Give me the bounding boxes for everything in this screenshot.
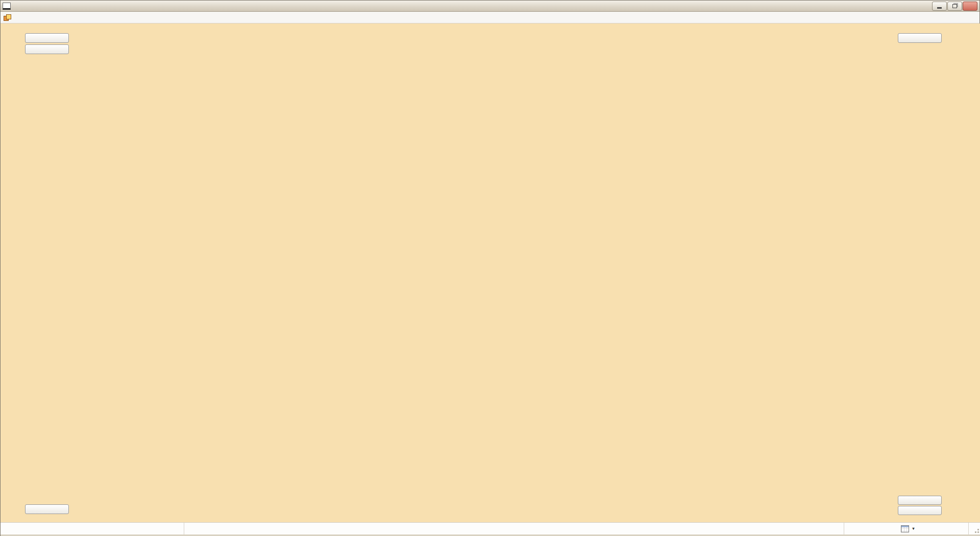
status-datetime: ▾ xyxy=(844,523,969,534)
close-button[interactable] xyxy=(963,2,977,11)
speed-button[interactable] xyxy=(25,33,69,43)
resize-grip[interactable] xyxy=(969,523,980,534)
app-window: ▾ xyxy=(0,0,980,536)
down-button[interactable] xyxy=(898,496,942,505)
charts-svg[interactable] xyxy=(1,23,980,522)
restore-icon xyxy=(952,4,957,8)
minimize-icon xyxy=(937,7,942,9)
calendar-dropdown-icon[interactable]: ▾ xyxy=(912,526,914,531)
mdi-child-icon xyxy=(4,14,11,21)
navigation-toolbar xyxy=(1,25,980,37)
restore-button[interactable] xyxy=(947,2,962,11)
curve-button[interactable] xyxy=(898,506,942,515)
app-icon xyxy=(3,3,11,10)
menu-bar xyxy=(1,12,979,23)
status-bar: ▾ xyxy=(1,522,980,534)
title-bar xyxy=(1,1,979,12)
status-cell-empty xyxy=(1,523,184,534)
telemetry-status-text xyxy=(184,523,844,534)
minimize-button[interactable] xyxy=(932,2,947,11)
inputs-button[interactable] xyxy=(25,44,69,54)
chart-workspace xyxy=(1,23,980,522)
calendar-icon[interactable] xyxy=(901,525,909,532)
decel-button[interactable] xyxy=(25,504,69,514)
rpm-button[interactable] xyxy=(898,33,942,43)
